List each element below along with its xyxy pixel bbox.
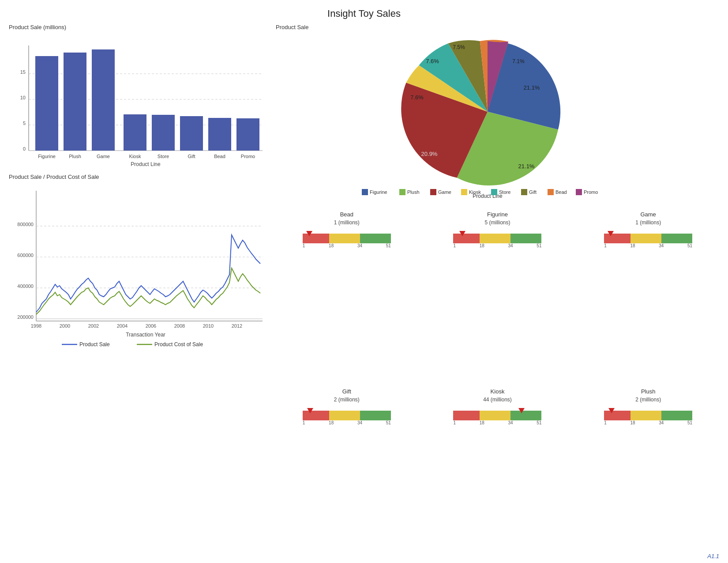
svg-text:Product Cost of Sale: Product Cost of Sale bbox=[154, 341, 203, 348]
svg-rect-72 bbox=[576, 189, 582, 195]
svg-rect-21 bbox=[208, 118, 231, 151]
svg-rect-13 bbox=[92, 49, 115, 151]
svg-text:0: 0 bbox=[23, 146, 26, 151]
svg-text:21.1%: 21.1% bbox=[518, 163, 535, 170]
svg-rect-15 bbox=[124, 114, 146, 151]
bullet-game-value: 1 (millions) bbox=[635, 219, 661, 226]
svg-text:Bead: Bead bbox=[214, 154, 225, 159]
svg-text:400000: 400000 bbox=[17, 283, 34, 289]
svg-text:Gift: Gift bbox=[188, 154, 195, 159]
svg-text:Gift: Gift bbox=[529, 189, 537, 195]
bullet-gift: Gift 2 (millions) 1183451 bbox=[276, 388, 418, 561]
pie-chart-section: Product Sale 21.1% 21.1% 20.9% 7.6% 7.6% bbox=[276, 24, 719, 204]
svg-text:Product Line: Product Line bbox=[131, 161, 161, 167]
svg-text:21.1%: 21.1% bbox=[524, 84, 540, 91]
bullet-gift-value: 2 (millions) bbox=[334, 397, 360, 403]
footer-label: A1.1 bbox=[707, 553, 719, 559]
svg-rect-19 bbox=[180, 116, 203, 151]
svg-text:Bead: Bead bbox=[555, 189, 567, 195]
right-panel: Product Sale 21.1% 21.1% 20.9% 7.6% 7.6% bbox=[271, 24, 728, 563]
bullet-gift-chart: 1183451 bbox=[303, 405, 391, 425]
svg-text:2000: 2000 bbox=[60, 323, 70, 329]
bullet-kiosk: Kiosk 44 (millions) 1183451 bbox=[427, 388, 569, 561]
svg-text:200000: 200000 bbox=[17, 314, 34, 320]
svg-rect-62 bbox=[430, 189, 436, 195]
bullet-kiosk-chart: 1183451 bbox=[453, 405, 541, 425]
left-panel: Product Sale (millions) 0 5 10 15 bbox=[0, 24, 271, 563]
line-chart-title: Product Sale / Product Cost of Sale bbox=[9, 174, 267, 180]
svg-text:2012: 2012 bbox=[232, 323, 242, 329]
svg-text:2008: 2008 bbox=[174, 323, 185, 329]
svg-text:Game: Game bbox=[97, 154, 110, 159]
bullet-bead: Bead 1 (millions) 1183451 bbox=[276, 211, 418, 384]
bullet-figurine: Figurine 5 (millions) 1183451 bbox=[427, 211, 569, 384]
svg-text:Promo: Promo bbox=[241, 154, 255, 159]
svg-text:Game: Game bbox=[438, 189, 451, 195]
bullet-gift-label: Gift bbox=[342, 388, 351, 395]
pie-chart-svg: 21.1% 21.1% 20.9% 7.6% 7.6% 7.5% 7.2% bbox=[276, 32, 699, 204]
svg-rect-64 bbox=[461, 189, 467, 195]
svg-rect-11 bbox=[64, 53, 86, 151]
svg-text:7.1%: 7.1% bbox=[512, 58, 525, 64]
svg-text:2002: 2002 bbox=[88, 323, 99, 329]
svg-text:Kiosk: Kiosk bbox=[129, 154, 141, 159]
svg-text:Figurine: Figurine bbox=[370, 189, 387, 195]
svg-rect-60 bbox=[399, 189, 405, 195]
bullet-plush-chart: 1183451 bbox=[604, 405, 692, 425]
svg-text:Plush: Plush bbox=[407, 189, 420, 195]
svg-text:2004: 2004 bbox=[117, 323, 128, 329]
bullets-section: Bead 1 (millions) 1183451 Figurine bbox=[276, 209, 719, 563]
bullet-plush-label: Plush bbox=[641, 388, 656, 395]
bullet-game: Game 1 (millions) 1183451 bbox=[577, 211, 719, 384]
bullet-game-label: Game bbox=[640, 211, 656, 218]
svg-rect-70 bbox=[548, 189, 554, 195]
svg-text:Product Sale: Product Sale bbox=[79, 341, 110, 348]
bar-chart-section: Product Sale (millions) 0 5 10 15 bbox=[9, 24, 267, 169]
page-title: Insight Toy Sales bbox=[0, 0, 728, 24]
pie-chart-title: Product Sale bbox=[276, 24, 308, 30]
bullet-bead-value: 1 (millions) bbox=[334, 219, 360, 226]
bullet-game-chart: 1183451 bbox=[604, 228, 692, 248]
svg-rect-9 bbox=[35, 56, 58, 151]
svg-text:2010: 2010 bbox=[203, 323, 214, 329]
svg-text:Store: Store bbox=[499, 189, 510, 195]
line-chart-section: Product Sale / Product Cost of Sale 2000… bbox=[9, 174, 267, 563]
svg-text:Store: Store bbox=[158, 154, 169, 159]
svg-text:7.6%: 7.6% bbox=[410, 94, 424, 101]
svg-text:2006: 2006 bbox=[146, 323, 156, 329]
svg-text:15: 15 bbox=[20, 69, 26, 75]
svg-text:7.6%: 7.6% bbox=[426, 58, 439, 64]
bullet-plush-value: 2 (millions) bbox=[635, 397, 661, 403]
bullet-bead-chart: 1183451 bbox=[303, 228, 391, 248]
svg-rect-68 bbox=[521, 189, 527, 195]
svg-text:1998: 1998 bbox=[31, 323, 41, 329]
bullet-kiosk-label: Kiosk bbox=[491, 388, 505, 395]
bullet-kiosk-value: 44 (millions) bbox=[483, 397, 512, 403]
svg-text:Transaction Year: Transaction Year bbox=[126, 332, 165, 338]
bar-chart-svg: 0 5 10 15 Figurine bbox=[9, 32, 265, 169]
bullet-figurine-chart: 1183451 bbox=[453, 228, 541, 248]
svg-text:Plush: Plush bbox=[69, 154, 81, 159]
svg-text:Kiosk: Kiosk bbox=[469, 189, 481, 195]
svg-rect-23 bbox=[236, 118, 259, 151]
svg-rect-66 bbox=[491, 189, 497, 195]
bullet-figurine-label: Figurine bbox=[487, 211, 508, 218]
bullet-plush: Plush 2 (millions) 1183451 bbox=[577, 388, 719, 561]
svg-text:7.5%: 7.5% bbox=[453, 44, 465, 50]
bullet-bead-label: Bead bbox=[340, 211, 353, 218]
bar-chart-title: Product Sale (millions) bbox=[9, 24, 267, 30]
svg-rect-58 bbox=[362, 189, 368, 195]
bullet-figurine-value: 5 (millions) bbox=[484, 219, 510, 226]
svg-rect-17 bbox=[152, 115, 175, 151]
svg-text:20.9%: 20.9% bbox=[421, 151, 438, 157]
svg-text:10: 10 bbox=[20, 95, 26, 100]
line-chart-svg: 200000 400000 600000 800000 1998 2000 20… bbox=[9, 182, 265, 350]
svg-text:800000: 800000 bbox=[17, 222, 34, 227]
svg-text:5: 5 bbox=[23, 121, 26, 126]
svg-text:Promo: Promo bbox=[584, 189, 598, 195]
svg-text:600000: 600000 bbox=[17, 253, 34, 258]
svg-text:Figurine: Figurine bbox=[38, 154, 56, 159]
